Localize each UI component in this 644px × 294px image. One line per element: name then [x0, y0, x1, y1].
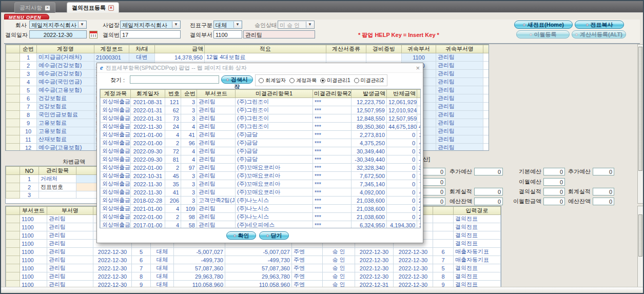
carryover-button[interactable]: 이월등록 [516, 30, 570, 38]
table-row[interactable]: 외상매출금2021-01-00441관리팀(주)금담***2,273,81002… [101, 131, 421, 139]
budget-field[interactable]: 0 [593, 198, 614, 205]
column-header: 계정명 [37, 45, 94, 53]
slip-date-field[interactable]: 2022-12-30 [29, 30, 87, 38]
approval-select[interactable]: 미 승 인 ▼ [278, 21, 315, 29]
table-cell [433, 240, 454, 248]
search-start-button[interactable]: 검색시작 [221, 75, 253, 84]
table-row[interactable]: 1미지급금(거래처)21000301대변14,378,95012월 4대보험료1… [6, 53, 490, 62]
close-icon[interactable]: × [416, 65, 420, 71]
search-type-radio[interactable]: 미결관리2 [354, 77, 384, 84]
table-cell: 29,963,780 [225, 272, 292, 281]
calendar-icon[interactable] [89, 31, 97, 38]
table-cell: (주)그린조이 [236, 114, 313, 123]
budget-field[interactable]: 0 [543, 188, 565, 195]
invoice-register-button[interactable]: 계산서등록(ALT) [572, 30, 626, 38]
table-row[interactable]: 외상매출금2021-08-311213관리팀(주)그린조이***12,223,7… [101, 98, 421, 106]
search-type-radio[interactable]: 회계일자 [259, 77, 286, 84]
table-row[interactable]: 외상매출금2022-01-00296관리팀(주)금담***4,375,25004… [101, 139, 421, 147]
table-row[interactable]: 외상매출금2022-01-31623관리팀(주)그린조이***12,507,95… [101, 106, 421, 114]
table-cell: 2022-01-00 [131, 139, 165, 147]
table-row[interactable]: 외상매출금2022-01-00297관리팀(주)꼬매요코리아***32,328,… [101, 164, 421, 172]
scrollbar-thumb[interactable] [638, 47, 642, 171]
table-cell [6, 70, 20, 78]
tab-slip-register[interactable]: 결의전표등록 × [67, 2, 119, 13]
tab-close-icon[interactable]: × [45, 5, 50, 11]
tab-close-icon[interactable]: × [108, 5, 114, 11]
slip-no-field[interactable]: 17 [120, 30, 181, 38]
table-cell: 2022-12-30 [355, 264, 394, 272]
table-cell: 9 [132, 281, 151, 288]
table-cell: *** [313, 205, 352, 213]
table-cell: 72 [165, 147, 181, 155]
table-row[interactable]: 외상매출금2022-01-00298관리팀(주)나노시스***21,038,60… [101, 213, 421, 221]
table-cell: 관리팀 [436, 70, 483, 78]
table-row[interactable]: 외상매출금2022-09-30724관리팀(주)금담***30,349,4400… [101, 147, 421, 155]
budget-field[interactable]: 0 [474, 168, 503, 175]
table-cell: 3 [181, 114, 197, 123]
table-row[interactable]: 외상매출금2022-01-31733관리팀(주)그린조이***12,848,55… [101, 114, 421, 123]
table-row[interactable]: 외상매출금2022-11-30413관리팀(주)꼬매요코리아***4,092,0… [101, 188, 421, 197]
chevron-down-icon: ▼ [172, 22, 180, 28]
table-row[interactable]: 외상매출금2022-10-31453관리팀(주)꼬매요코리아***7,672,5… [101, 172, 421, 180]
table-row[interactable]: 외상매출금2022-09-30814관리팀(주)금담***-30,349,440… [101, 155, 421, 164]
search-type-radio[interactable]: 미결관리1 [320, 77, 350, 84]
slip-type-select[interactable]: 대체 ▼ [213, 21, 242, 29]
scrollbar-thumb[interactable] [638, 214, 642, 257]
main-grid-scrollbar[interactable] [637, 44, 643, 204]
table-cell: 2022-12-30 [355, 248, 394, 256]
popup-title-bar[interactable]: e 전표세부항목(SPNDCDPop) 팝업 -- 웹 페이지 대화 상자 × [97, 63, 423, 73]
budget-field[interactable]: 0 [593, 168, 614, 175]
table-cell [6, 256, 20, 264]
company-select[interactable]: 제일저지주식회사 ▼ [29, 21, 87, 29]
copy-slip-button[interactable]: 전표복사 [575, 21, 624, 29]
table-row[interactable]: 1100관리팀2022-12-307대체57,087,36057,087,360… [6, 264, 502, 272]
budget-field[interactable]: 0 [474, 198, 503, 205]
dept-code-field[interactable]: 1100 [213, 30, 242, 38]
table-row[interactable]: 1100관리팀2022-12-309대체110,058,960110,058,9… [6, 281, 502, 288]
table-row[interactable]: 외상매출금2022-11-30244관리팀(주)그린조이***89,350,36… [101, 123, 421, 131]
table-row[interactable]: 외상매출금2018-02-282063고객만족2팀(J2(주)나노시스***21… [101, 197, 421, 205]
budget-field[interactable]: 0 [543, 168, 565, 175]
radio-icon[interactable] [354, 78, 359, 83]
table-cell: 관리팀 [197, 123, 236, 131]
column-header: NO [20, 167, 39, 175]
table-cell: 외상매출금 [101, 197, 131, 205]
table-cell: 6 [20, 94, 37, 103]
budget-field[interactable]: 0 [593, 188, 614, 195]
table-cell: 미확정 [501, 248, 502, 256]
table-cell: 주엔 [292, 264, 323, 272]
bottom-grid-scrollbar[interactable] [637, 206, 643, 287]
table-cell: *** [313, 98, 352, 106]
radio-selected-icon[interactable] [320, 78, 325, 83]
radio-label: 미결관리2 [361, 77, 384, 84]
table-cell: 주엔 [292, 281, 323, 288]
table-cell: 1100 [20, 248, 47, 256]
budget-field[interactable]: 0 [543, 178, 565, 186]
site-select[interactable]: 제일저지주식회사 ▼ [120, 21, 181, 29]
search-type-radio[interactable]: 계정과목 [289, 77, 317, 84]
table-cell: 9 [20, 119, 37, 127]
table-cell: 전표번호 [39, 183, 76, 191]
table-row[interactable]: 1100관리팀2022-12-306대체-499,730-499,730주엔승 … [6, 256, 502, 264]
table-row[interactable]: 1100관리팀2022-12-305대체-5,007,027-5,007,027… [6, 248, 502, 256]
table-cell: -5,007,027 [174, 248, 225, 256]
ok-button[interactable]: 확인 [226, 231, 256, 240]
table-cell: (주)그린조이 [236, 123, 313, 131]
table-row[interactable]: 외상매출금2022-11-30353관리팀(주)꼬매요코리아***7,345,1… [101, 180, 421, 188]
table-cell: 35 [165, 180, 181, 188]
table-row[interactable]: 외상매출금2017-01-00458관리팀(주)네오피에스***6,324,95… [101, 221, 421, 229]
budget-field[interactable]: 0 [474, 188, 503, 195]
budget-field[interactable]: 0 [543, 198, 565, 205]
table-cell: (주)나노시스 [236, 213, 313, 221]
table-cell: 2022-12-30 [93, 248, 132, 256]
close-button[interactable]: 닫기 [259, 231, 289, 240]
radio-icon[interactable] [259, 78, 264, 83]
table-cell: *** [313, 213, 352, 221]
table-row[interactable]: 외상매출금2021-01-004109관리팀(주)나노시스***21,038,6… [101, 205, 421, 213]
table-cell: 21000301 [94, 53, 129, 62]
radio-icon[interactable] [289, 78, 295, 83]
new-slip-button[interactable]: 새전표(Home) [514, 21, 573, 29]
tab-notice[interactable]: 공지사항 × [14, 2, 55, 13]
search-input[interactable] [130, 75, 219, 84]
table-row[interactable]: 1100관리팀2022-12-308대체29,963,78029,963,780… [6, 272, 502, 281]
